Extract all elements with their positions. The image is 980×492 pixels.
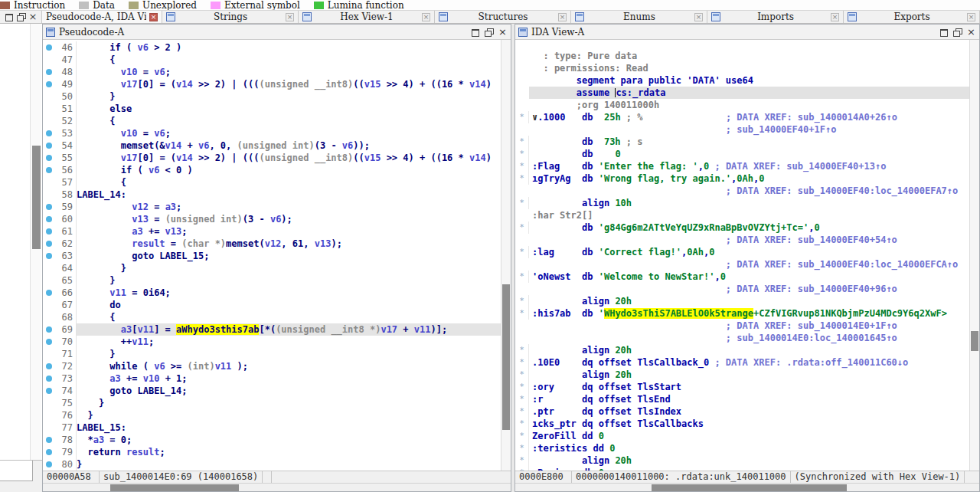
pseudocode-view[interactable]: 46 if ( v6 > 2 ) 47 { 48 v10 = v6; 49 v1… [43,40,501,471]
pseudocode-line[interactable]: 68 { [43,311,501,323]
tab-close-icon[interactable]: × [831,13,839,21]
pseudocode-line[interactable]: 75 } [43,397,501,409]
pseudocode-line[interactable]: 58 LABEL_14: [43,189,501,201]
scrollbar-thumb[interactable] [502,284,510,430]
pseudocode-line[interactable]: 47 { [43,54,501,66]
disasm-line[interactable]: * .10E0 dq offset TlsCallback_0 ; DATA X… [515,356,969,369]
pseudocode-line[interactable]: 65 } [43,274,501,287]
line-gutter[interactable]: 53 [43,127,77,139]
line-gutter[interactable]: 69 [43,323,77,336]
line-gutter[interactable]: 48 [43,66,77,78]
restore-icon[interactable] [16,12,26,21]
disasm-line[interactable]: * :teristics dd 0 [515,442,969,454]
line-gutter[interactable]: 56 [43,164,77,176]
disasm-line[interactable]: * : permissions: Read [515,62,969,74]
disasm-line[interactable]: * ;org 140011000h [515,99,969,111]
pseudocode-line[interactable]: 73 a3 += v10 + 1; [43,372,501,385]
window-tab[interactable]: Strings × [162,11,299,23]
ida-view-vertical-scrollbar[interactable] [969,40,979,471]
disasm-line[interactable]: * :ory dq offset TlsStart [515,381,969,393]
line-gutter[interactable]: 52 [43,115,77,127]
pseudocode-line[interactable]: 57 { [43,176,501,189]
line-gutter[interactable]: 59 [43,201,77,213]
close-icon[interactable]: × [498,28,508,37]
ida-view-horizontal-scrollbar[interactable] [515,483,979,491]
disasm-line[interactable]: * align 20h [515,295,969,307]
disasm-line[interactable]: * ; DATA XREF: sub_14000EF40:loc_14000EF… [515,185,969,197]
disasm-line[interactable]: * ; sub_1400014E0:loc_140001645↑o [515,332,969,344]
line-gutter[interactable]: 62 [43,238,77,250]
pseudocode-titlebar[interactable]: Pseudocode-A × [43,25,511,40]
tab-close-icon[interactable]: × [149,13,158,21]
pseudocode-line[interactable]: 60 v13 = (unsigned int)(3 - v6); [43,213,501,225]
scrollbar-thumb[interactable] [110,484,239,491]
scrollbar-thumb[interactable] [652,484,847,491]
pseudocode-vertical-scrollbar[interactable] [501,40,511,471]
pseudocode-horizontal-scrollbar[interactable] [43,483,511,491]
line-gutter[interactable]: 70 [43,336,77,348]
line-gutter[interactable]: 75 [43,397,77,409]
line-gutter[interactable]: 74 [43,385,77,397]
line-gutter[interactable]: 68 [43,311,77,323]
disasm-line[interactable]: * :Flag db 'Enter the flag: ',0 ; DATA X… [515,160,969,172]
pseudocode-line[interactable]: 72 while ( v6 >= (int)v11 ); [43,360,501,372]
disasm-line[interactable]: * assume cs:_rdata [515,87,969,99]
scrollbar-thumb[interactable] [971,331,978,351]
close-icon[interactable]: × [28,12,38,21]
pseudocode-line[interactable]: 70 ++v11; [43,336,501,348]
pseudocode-line[interactable]: 50 } [43,90,501,103]
pseudocode-line[interactable]: 79 return result; [43,446,501,458]
window-tab[interactable]: Structures × [435,11,571,23]
line-gutter[interactable]: 72 [43,360,77,372]
disasm-line[interactable]: * db 'g84Gg6m2ATtVeYqUZ9xRnaBpBvOVZYtj+T… [515,221,969,234]
pseudocode-line[interactable]: 71 } [43,348,501,360]
disasm-line[interactable]: * ; DATA XREF: sub_14000EF40:loc_14000EF… [515,258,969,271]
window-tab[interactable]: Enums × [571,11,707,23]
tab-close-icon[interactable]: × [694,13,703,21]
pseudocode-line[interactable]: 66 v11 = 0i64; [43,287,501,299]
disasm-line[interactable]: * :his7ab db 'WHydo3sThiS7ABLElO0k5trang… [515,307,969,320]
disasm-line[interactable]: * ; DATA XREF: sub_1400014E0+1F↑o [515,320,969,332]
pseudocode-line[interactable]: 67 do [43,299,501,311]
line-gutter[interactable]: 58 [43,189,77,201]
pseudocode-line[interactable]: 54 memset(&v14 + v6, 0, (unsigned int)(3… [43,139,501,152]
pseudocode-line[interactable]: 53 v10 = v6; [43,127,501,139]
pseudocode-line[interactable]: 77 LABEL_15: [43,421,501,434]
disasm-line[interactable]: * db 0 [515,148,969,160]
line-gutter[interactable]: 51 [43,103,77,115]
disasm-line[interactable]: * align 10h [515,197,969,209]
pseudocode-line[interactable]: 62 result = (char *)memset(v12, 61, v13)… [43,238,501,250]
line-gutter[interactable]: 64 [43,262,77,274]
pseudocode-line[interactable]: 74 goto LABEL_14; [43,385,501,397]
line-gutter[interactable]: 66 [43,287,77,299]
disasm-line[interactable]: * ZeroFill dd 0 [515,430,969,442]
line-gutter[interactable]: 46 [43,41,77,54]
disasm-line[interactable]: * :har Str2[] [515,209,969,221]
pseudocode-line[interactable]: 80 } [43,458,501,471]
tab-close-icon[interactable]: × [967,13,975,21]
disasm-line[interactable]: * : type: Pure data [515,50,969,62]
window-tab[interactable]: Imports × [707,11,844,23]
line-gutter[interactable]: 71 [43,348,77,360]
line-gutter[interactable]: 60 [43,213,77,225]
pseudocode-line[interactable]: 46 if ( v6 > 2 ) [43,41,501,54]
window-tab[interactable]: Exports × [844,11,980,23]
pseudocode-line[interactable]: 63 goto LABEL_15; [43,250,501,262]
maximize-icon[interactable] [939,28,949,37]
dock-scrollbar-thumb[interactable] [32,146,41,249]
line-gutter[interactable]: 50 [43,90,77,103]
line-gutter[interactable]: 76 [43,409,77,421]
line-gutter[interactable]: 55 [43,152,77,164]
disasm-line[interactable]: * ıcks_ptr dq offset TlsCallbacks [515,418,969,430]
maximize-icon[interactable] [4,12,14,21]
maximize-icon[interactable] [470,28,480,37]
window-tab[interactable]: Hex View-1 × [299,11,435,23]
line-gutter[interactable]: 67 [43,299,77,311]
disasm-line[interactable]: * .ptr dq offset TlsIndex [515,405,969,418]
pseudocode-line[interactable]: 69 a3[v11] = aWhydo3sthis7ab[*((unsigned… [43,323,501,336]
tab-close-icon[interactable]: × [286,13,294,21]
disasm-line[interactable]: * align 20h [515,369,969,381]
restore-icon[interactable] [484,28,494,37]
disasm-line[interactable]: * ; DATA XREF: sub_14000EF40+54↑o [515,234,969,246]
disasm-line[interactable]: * :r dq offset TlsEnd [515,393,969,405]
